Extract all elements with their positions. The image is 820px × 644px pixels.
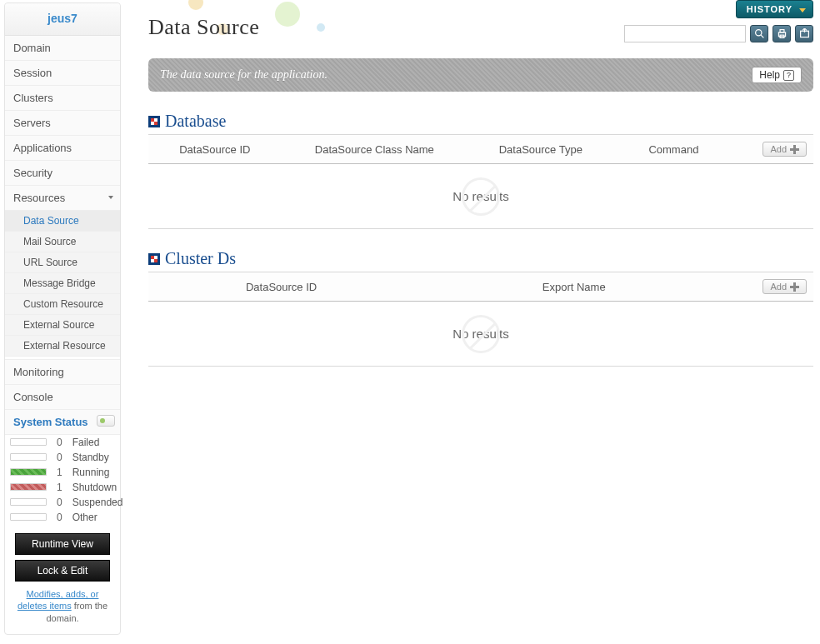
section-icon	[148, 253, 160, 265]
sidebar-item-session[interactable]: Session	[5, 61, 120, 86]
system-status-table: 0Failed0Standby1Running1Shutdown0Suspend…	[5, 435, 128, 525]
section-database-header: Database	[148, 112, 813, 131]
section-clusterds-header: Cluster Ds	[148, 249, 813, 268]
database-add-button[interactable]: Add	[762, 142, 807, 157]
clusterds-table: DataSource ID Export Name Add No results	[148, 272, 813, 367]
database-table: DataSource ID DataSource Class Name Data…	[148, 134, 813, 229]
help-button[interactable]: Help ?	[752, 67, 802, 83]
sidebar-sub-external-source[interactable]: External Source	[5, 315, 120, 336]
status-row: 1Running	[5, 465, 128, 480]
col-datasource-class: DataSource Class Name	[282, 135, 468, 164]
sidebar: jeus7 Domain Session Clusters Servers Ap…	[4, 2, 121, 635]
plus-icon	[790, 282, 799, 292]
no-results-icon	[462, 315, 500, 353]
section-database-title: Database	[165, 112, 226, 131]
sidebar-item-servers[interactable]: Servers	[5, 111, 120, 136]
add-label: Add	[770, 282, 787, 292]
status-count: 0	[52, 495, 68, 510]
col-command: Command	[614, 135, 734, 164]
status-bar-icon	[10, 513, 47, 521]
clusterds-no-results-cell: No results	[148, 302, 813, 367]
plus-icon	[790, 145, 799, 154]
status-row: 0Failed	[5, 435, 128, 450]
no-results: No results	[452, 189, 509, 203]
sidebar-sub-url-source[interactable]: URL Source	[5, 252, 120, 273]
col-export-name: Export Name	[414, 272, 733, 302]
status-label: Standby	[68, 450, 128, 465]
status-count: 1	[52, 480, 68, 495]
sidebar-item-clusters[interactable]: Clusters	[5, 86, 120, 111]
lock-edit-button[interactable]: Lock & Edit	[15, 560, 110, 582]
sidebar-item-applications[interactable]: Applications	[5, 136, 120, 161]
status-count: 0	[52, 510, 68, 525]
info-bar-text: The data source for the application.	[160, 68, 328, 82]
status-label: Shutdown	[68, 480, 128, 495]
sidebar-item-console[interactable]: Console	[5, 385, 120, 410]
status-row: 1Shutdown	[5, 480, 128, 495]
status-label: Running	[68, 465, 128, 480]
status-count: 0	[52, 450, 68, 465]
status-row: 0Other	[5, 510, 128, 525]
status-bar-icon	[10, 498, 47, 506]
status-row: 0Standby	[5, 450, 128, 465]
col-datasource-id: DataSource ID	[148, 135, 282, 164]
col-datasource-id: DataSource ID	[148, 272, 414, 302]
section-clusterds-title: Cluster Ds	[165, 249, 236, 268]
no-results: No results	[452, 327, 509, 341]
status-label: Failed	[68, 435, 128, 450]
database-no-results-cell: No results	[148, 164, 813, 229]
sidebar-note: Modifies, adds, or deletes items from th…	[5, 582, 120, 634]
help-icon: ?	[783, 70, 794, 81]
add-label: Add	[770, 144, 787, 154]
status-count: 0	[52, 435, 68, 450]
main-area: HISTORY Data Source The data source for …	[148, 0, 813, 367]
status-bar-icon	[10, 438, 47, 446]
sidebar-sub-resources: Data Source Mail Source URL Source Messa…	[5, 211, 120, 357]
no-results-icon	[462, 177, 500, 216]
col-datasource-type: DataSource Type	[468, 135, 614, 164]
sidebar-sub-custom-resource[interactable]: Custom Resource	[5, 294, 120, 315]
help-label: Help	[759, 69, 780, 81]
status-count: 1	[52, 465, 68, 480]
col-add: Add	[733, 135, 813, 164]
system-status-toggle-icon[interactable]	[97, 415, 115, 427]
sidebar-item-resources[interactable]: Resources	[5, 186, 120, 211]
runtime-view-button[interactable]: Runtime View	[15, 533, 110, 555]
page-title: Data Source	[148, 0, 813, 47]
sidebar-item-security[interactable]: Security	[5, 161, 120, 186]
status-label: Other	[68, 510, 128, 525]
status-bar-icon	[10, 483, 47, 491]
system-status-label: System Status	[13, 416, 88, 428]
status-row: 0Suspended	[5, 495, 128, 510]
section-database: Database DataSource ID DataSource Class …	[148, 112, 813, 229]
clusterds-add-button[interactable]: Add	[762, 279, 807, 294]
sidebar-item-monitoring[interactable]: Monitoring	[5, 360, 120, 385]
sidebar-sub-external-resource[interactable]: External Resource	[5, 336, 120, 357]
status-bar-icon	[10, 468, 47, 476]
sidebar-sub-mail-source[interactable]: Mail Source	[5, 232, 120, 252]
section-clusterds: Cluster Ds DataSource ID Export Name Add…	[148, 249, 813, 367]
col-add: Add	[733, 272, 813, 302]
status-bar-icon	[10, 453, 47, 461]
info-bar: The data source for the application. Hel…	[148, 58, 813, 92]
status-label: Suspended	[68, 495, 128, 510]
sidebar-sub-data-source[interactable]: Data Source	[5, 211, 120, 232]
sidebar-item-domain[interactable]: Domain	[5, 36, 120, 61]
sidebar-sub-message-bridge[interactable]: Message Bridge	[5, 273, 120, 294]
sidebar-logo: jeus7	[5, 3, 120, 36]
section-icon	[148, 116, 160, 127]
system-status-header: System Status	[5, 410, 120, 435]
